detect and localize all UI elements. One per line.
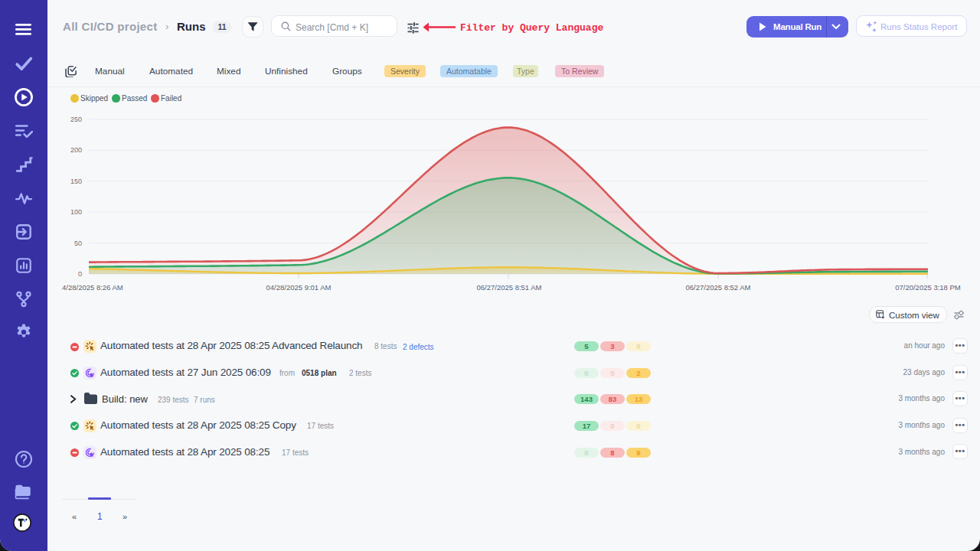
svg-text:04/28/2025 9:01 AM: 04/28/2025 9:01 AM (266, 283, 331, 292)
svg-text:07/20/2025 3:18 PM: 07/20/2025 3:18 PM (895, 283, 961, 292)
svg-text:250: 250 (70, 116, 82, 123)
svg-text:0: 0 (78, 270, 82, 278)
svg-text:06/27/2025 8:52 AM: 06/27/2025 8:52 AM (685, 283, 750, 292)
svg-text:06/27/2025 8:51 AM: 06/27/2025 8:51 AM (476, 283, 541, 292)
svg-text:150: 150 (70, 178, 82, 185)
svg-text:4/28/2025 8:26 AM: 4/28/2025 8:26 AM (62, 283, 123, 292)
svg-text:50: 50 (74, 240, 82, 247)
svg-text:200: 200 (70, 146, 82, 154)
svg-text:100: 100 (70, 208, 82, 216)
